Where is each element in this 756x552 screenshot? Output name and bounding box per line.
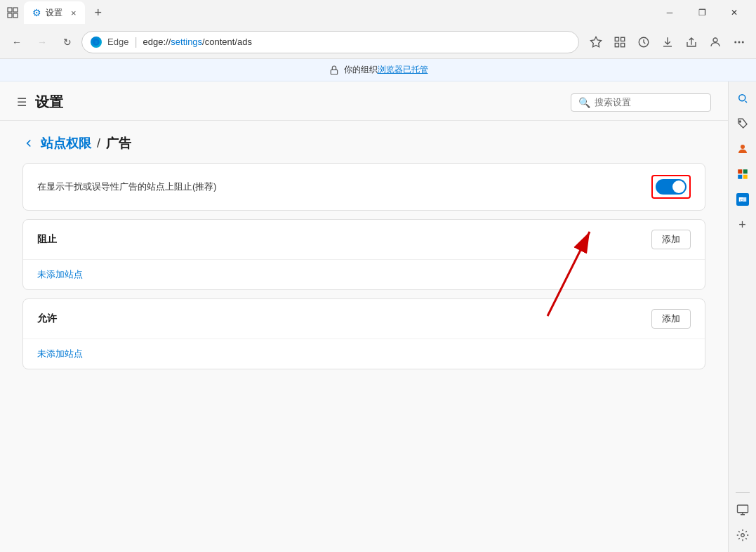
breadcrumb-back-button[interactable] — [22, 137, 35, 150]
block-card: 阻止 添加 未添加站点 — [22, 219, 705, 290]
new-tab-button[interactable]: + — [89, 3, 108, 23]
svg-rect-6 — [615, 43, 618, 46]
collections-icon[interactable] — [609, 31, 631, 53]
settings-title-wrap: ☰ 设置 — [17, 93, 63, 112]
allow-card: 允许 添加 未添加站点 — [22, 298, 705, 369]
svg-rect-0 — [8, 8, 12, 12]
svg-rect-7 — [621, 43, 625, 46]
svg-rect-18 — [743, 169, 747, 173]
sidebar-divider — [736, 492, 750, 493]
edge-logo — [91, 37, 102, 48]
settings-header: ☰ 设置 🔍 — [0, 81, 728, 121]
sidebar-office-button[interactable] — [731, 163, 754, 185]
svg-text:O: O — [740, 198, 743, 202]
infobar: 你的组织浏览器已托管 — [0, 59, 756, 81]
search-box[interactable]: 🔍 — [571, 93, 711, 112]
window-icon — [6, 6, 20, 20]
settings-content: 在显示干扰或误导性广告的站点上阻止(推荐) 阻止 添加 未添加站 — [0, 163, 728, 395]
share-icon[interactable] — [680, 31, 703, 53]
sidebar-search-button[interactable] — [731, 87, 754, 110]
svg-rect-1 — [13, 8, 18, 12]
address-bar[interactable]: Edge | edge://settings/content/ads — [81, 31, 579, 53]
svg-point-16 — [741, 145, 745, 149]
svg-rect-17 — [738, 169, 742, 173]
edge-label: Edge — [107, 37, 128, 47]
allow-section-header: 允许 添加 — [23, 299, 705, 339]
svg-point-12 — [742, 41, 744, 43]
toggle-thumb — [672, 180, 685, 193]
svg-point-10 — [734, 41, 736, 43]
svg-point-14 — [738, 95, 745, 101]
allow-empty-text: 未添加站点 — [23, 339, 705, 369]
sidebar-outlook-button[interactable]: O — [731, 188, 754, 211]
hamburger-icon[interactable]: ☰ — [17, 96, 27, 109]
settings-link[interactable]: settings — [171, 37, 202, 47]
refresh-button[interactable]: ↻ — [56, 31, 79, 53]
settings-tab[interactable]: ⚙ 设置 × — [24, 1, 85, 24]
more-icon[interactable] — [728, 31, 750, 53]
favorites-icon[interactable] — [585, 31, 607, 53]
maximize-button[interactable]: ❐ — [686, 0, 718, 25]
toggle-label: 在显示干扰或误导性广告的站点上阻止(推荐) — [37, 180, 651, 193]
svg-rect-5 — [621, 37, 625, 41]
breadcrumb-current: 广告 — [106, 135, 131, 152]
block-title: 阻止 — [37, 233, 651, 246]
nav-icons — [585, 31, 750, 53]
breadcrumb: 站点权限 / 广告 — [0, 121, 728, 163]
titlebar-left: ⚙ 设置 × + — [6, 1, 107, 24]
infobar-text: 你的组织浏览器已托管 — [344, 64, 428, 76]
svg-point-15 — [739, 121, 741, 122]
titlebar: ⚙ 设置 × + ─ ❐ ✕ — [0, 0, 756, 25]
svg-rect-20 — [743, 175, 747, 179]
svg-rect-4 — [615, 37, 618, 41]
svg-rect-3 — [13, 13, 18, 18]
settings-title: 设置 — [35, 93, 63, 112]
allow-title: 允许 — [37, 313, 651, 325]
close-button[interactable]: ✕ — [718, 0, 750, 25]
downloads-icon[interactable] — [656, 31, 679, 53]
settings-tab-title: 设置 — [46, 7, 62, 19]
navbar: ← → ↻ Edge | edge://settings/content/ads — [0, 25, 756, 59]
settings-tab-icon: ⚙ — [32, 7, 41, 18]
svg-point-24 — [741, 534, 744, 537]
address-url: edge://settings/content/ads — [143, 37, 570, 47]
content-area: ☰ 设置 🔍 站点权限 / 广告 — [0, 81, 728, 552]
close-tab-button[interactable]: × — [71, 8, 77, 18]
sidebar-plus-button[interactable]: + — [731, 213, 754, 236]
search-icon: 🔍 — [578, 97, 590, 108]
back-button[interactable]: ← — [6, 31, 28, 53]
svg-point-9 — [713, 38, 717, 42]
ads-toggle[interactable] — [656, 179, 687, 195]
breadcrumb-parent-link[interactable]: 站点权限 — [41, 135, 91, 152]
right-sidebar: O + — [728, 81, 756, 552]
history-icon[interactable] — [632, 31, 655, 53]
block-add-button[interactable]: 添加 — [651, 230, 691, 249]
sidebar-people-button[interactable] — [731, 138, 754, 160]
sidebar-settings-button[interactable] — [731, 524, 754, 546]
managed-link[interactable]: 浏览器已托管 — [378, 65, 428, 74]
svg-rect-23 — [737, 505, 748, 513]
search-input[interactable] — [595, 97, 703, 107]
profile-icon[interactable] — [704, 31, 727, 53]
sidebar-tag-button[interactable] — [731, 112, 754, 135]
lock-icon — [329, 65, 340, 76]
toggle-card: 在显示干扰或误导性广告的站点上阻止(推荐) — [22, 163, 705, 211]
window-controls: ─ ❐ ✕ — [654, 0, 750, 25]
block-empty-text: 未添加站点 — [23, 260, 705, 289]
toggle-wrapper — [651, 175, 691, 199]
svg-point-11 — [738, 41, 741, 43]
minimize-button[interactable]: ─ — [654, 0, 686, 25]
svg-rect-2 — [8, 13, 12, 18]
toggle-row: 在显示干扰或误导性广告的站点上阻止(推荐) — [23, 164, 705, 210]
forward-button[interactable]: → — [31, 31, 53, 53]
block-section-header: 阻止 添加 — [23, 220, 705, 260]
allow-add-button[interactable]: 添加 — [651, 309, 691, 329]
sidebar-monitor-button[interactable] — [731, 499, 754, 521]
main-layout: ☰ 设置 🔍 站点权限 / 广告 — [0, 81, 756, 552]
svg-rect-19 — [738, 175, 742, 179]
breadcrumb-separator: / — [97, 136, 100, 151]
svg-rect-13 — [331, 70, 337, 74]
